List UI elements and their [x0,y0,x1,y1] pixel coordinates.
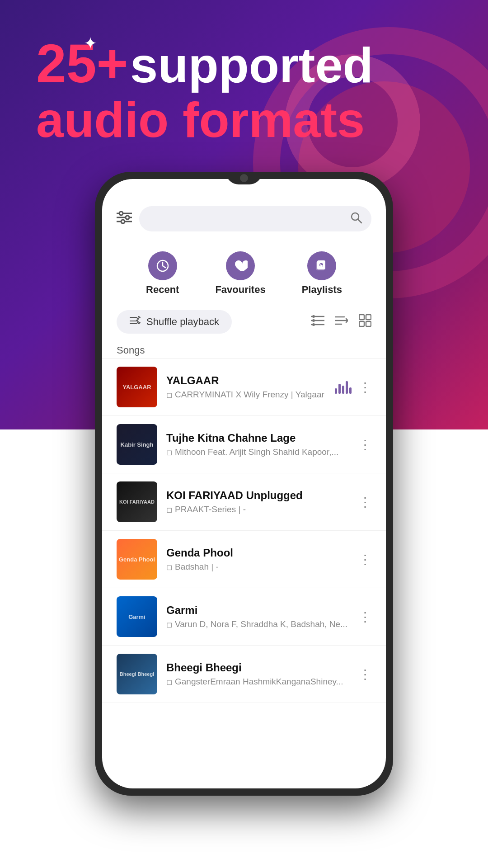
song-meta: ◻ Varun D, Nora F, Shraddha K, Badshah, … [166,619,350,629]
waveform-bar [338,384,341,394]
song-actions: ⋮ [359,552,371,567]
song-actions: ⋮ [335,380,371,395]
svg-rect-25 [359,321,364,326]
more-options-icon[interactable]: ⋮ [359,609,371,624]
thumb-label: Bheegi Bheegi [117,654,157,694]
headline-line2: audio formats [36,92,373,147]
tab-recent[interactable]: Recent [146,251,179,296]
svg-point-1 [119,212,123,215]
more-options-icon[interactable]: ⋮ [359,552,371,567]
song-thumbnail: Kabir Singh [117,424,157,465]
svg-line-7 [358,219,361,223]
song-list: YALGAAR YALGAAR ◻ CARRYMINATI X Wily Fre… [102,359,386,703]
tab-favourites-label: Favourites [215,284,265,296]
songs-header: Songs [102,341,386,359]
song-info: Bheegi Bheegi ◻ GangsterEmraan HashmikKa… [166,661,350,687]
shuffle-label: Shuffle playback [146,316,219,328]
file-icon: ◻ [166,563,172,571]
song-actions: ⋮ [359,667,371,682]
song-title: Bheegi Bheegi [166,661,350,674]
song-meta: ◻ CARRYMINATI X Wily Frenzy | Yalgaar [166,390,326,400]
svg-rect-24 [366,315,371,320]
svg-rect-23 [359,315,364,320]
more-options-icon[interactable]: ⋮ [359,437,371,452]
grid-view-icon[interactable] [359,314,371,330]
tabs-bar: Recent Favourites [102,241,386,303]
tab-playlists-label: Playlists [302,284,342,296]
song-info: YALGAAR ◻ CARRYMINATI X Wily Frenzy | Ya… [166,374,326,400]
song-artist: Mithoon Feat. Arijit Singh Shahid Kapoor… [175,447,338,457]
tab-favourites[interactable]: Favourites [215,251,265,296]
song-artist: CARRYMINATI X Wily Frenzy | Yalgaar [175,390,324,400]
waveform [335,380,352,394]
camera-dot [240,174,248,182]
song-meta: ◻ PRAAKT-Series | - [166,505,350,514]
song-info: Genda Phool ◻ Badshah | - [166,547,350,572]
waveform-bar [349,387,352,394]
phone-mockup: Recent Favourites [95,172,393,796]
song-thumbnail: KOI FARIYAAD [117,481,157,522]
song-meta: ◻ Mithoon Feat. Arijit Singh Shahid Kapo… [166,447,350,457]
thumb-label: KOI FARIYAAD [117,481,157,522]
song-artist: GangsterEmraan HashmikKanganaShiney... [175,677,343,687]
svg-point-3 [126,216,129,219]
svg-line-10 [163,266,165,268]
svg-rect-26 [366,321,371,326]
song-info: KOI FARIYAAD Unplugged ◻ PRAAKT-Series |… [166,489,350,514]
song-thumbnail: Genda Phool [117,539,157,580]
song-actions: ⋮ [359,495,371,509]
svg-point-19 [312,323,315,326]
svg-point-5 [121,220,125,223]
shuffle-icon [129,316,141,328]
song-artist: Varun D, Nora F, Shraddha K, Badshah, Ne… [175,619,347,629]
more-options-icon[interactable]: ⋮ [359,667,371,682]
shuffle-button[interactable]: Shuffle playback [117,310,232,334]
song-title: YALGAAR [166,374,326,387]
song-thumbnail: YALGAAR [117,367,157,407]
waveform-bar [346,381,348,394]
file-icon: ◻ [166,391,172,399]
song-title: Tujhe Kitna Chahne Lage [166,432,350,444]
song-info: Tujhe Kitna Chahne Lage ◻ Mithoon Feat. … [166,432,350,457]
search-icon [350,211,362,227]
song-thumbnail: Garmi [117,596,157,637]
waveform-bar [335,388,337,394]
thumb-label: Garmi [117,596,157,637]
filter-icon[interactable] [117,211,132,227]
view-controls [311,314,371,330]
file-icon: ◻ [166,448,172,457]
file-icon: ◻ [166,620,172,629]
waveform-bar [342,386,344,394]
thumb-label: Kabir Singh [117,424,157,465]
thumb-label: Genda Phool [117,539,157,580]
sparkle-decoration: ✦ [84,34,97,53]
song-item[interactable]: Garmi Garmi ◻ Varun D, Nora F, Shraddha … [102,588,386,646]
sort-icon[interactable] [335,314,348,330]
song-meta: ◻ Badshah | - [166,562,350,572]
search-bar[interactable] [139,206,371,231]
controls-bar: Shuffle playback [102,303,386,341]
file-icon: ◻ [166,505,172,514]
song-item[interactable]: Kabir Singh Tujhe Kitna Chahne Lage ◻ Mi… [102,416,386,473]
list-view-icon[interactable] [311,315,324,330]
song-meta: ◻ GangsterEmraan HashmikKanganaShiney... [166,677,350,687]
song-item[interactable]: Genda Phool Genda Phool ◻ Badshah | - ⋮ [102,531,386,588]
song-info: Garmi ◻ Varun D, Nora F, Shraddha K, Bad… [166,604,350,629]
thumb-label: YALGAAR [117,367,157,407]
song-actions: ⋮ [359,609,371,624]
song-item[interactable]: KOI FARIYAAD KOI FARIYAAD Unplugged ◻ PR… [102,473,386,531]
headline-text1: supported [130,37,373,93]
song-actions: ⋮ [359,437,371,452]
file-icon: ◻ [166,678,172,686]
more-options-icon[interactable]: ⋮ [359,380,371,395]
song-title: Garmi [166,604,350,617]
svg-point-18 [312,319,315,322]
song-title: Genda Phool [166,547,350,559]
song-item[interactable]: Bheegi Bheegi Bheegi Bheegi ◻ GangsterEm… [102,646,386,703]
tab-recent-label: Recent [146,284,179,296]
tab-playlists[interactable]: Playlists [302,251,342,296]
song-item[interactable]: YALGAAR YALGAAR ◻ CARRYMINATI X Wily Fre… [102,359,386,416]
more-options-icon[interactable]: ⋮ [359,495,371,509]
headline-number: 25+ [36,33,128,94]
song-thumbnail: Bheegi Bheegi [117,654,157,694]
